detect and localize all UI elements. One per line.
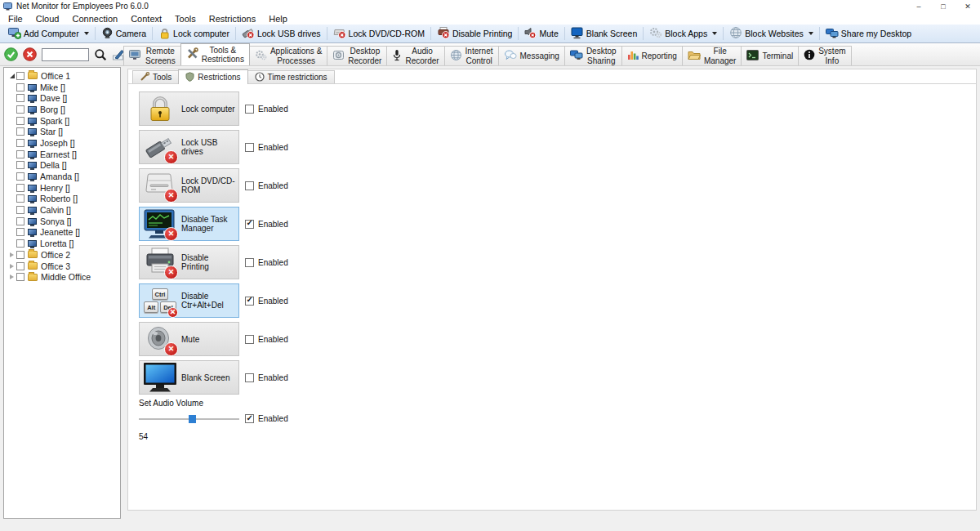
toolbar-button-lock-computer[interactable]: Lock computer (153, 25, 235, 42)
tree-item-roberto[interactable]: Roberto [] (4, 194, 120, 205)
tree-item-mike[interactable]: Mike [] (4, 82, 120, 93)
tree-item-amanda[interactable]: Amanda [] (4, 171, 120, 182)
tree-item-della[interactable]: Della [] (4, 160, 120, 172)
tab-desktop-sharing[interactable]: DesktopSharing (564, 46, 622, 65)
tree-item-office-2[interactable]: Office 2 (4, 249, 120, 261)
enabled-checkbox[interactable] (245, 258, 254, 267)
toolbar-button-add-computer[interactable]: Add Computer (2, 25, 95, 42)
tree-item-borg[interactable]: Borg [] (4, 104, 120, 115)
toolbar-button-block-apps[interactable]: Block Apps (644, 25, 723, 42)
disconnect-button[interactable] (23, 47, 37, 61)
enabled-toggle[interactable]: Enabled (245, 373, 288, 382)
toolbar-button-lock-dvd[interactable]: Lock DVD/CD-ROM (327, 25, 430, 42)
connect-button[interactable] (4, 47, 18, 61)
close-button[interactable]: ✕ (956, 0, 980, 12)
tree-checkbox[interactable] (16, 105, 24, 114)
toolbar-button-blank-screen[interactable]: Blank Screen (565, 25, 643, 42)
tab-internet-control[interactable]: InternetControl (444, 46, 499, 65)
tree-checkbox[interactable] (16, 184, 24, 192)
tree-checkbox[interactable] (16, 194, 24, 203)
tab-remote-screens[interactable]: RemoteScreens (123, 46, 181, 65)
restriction-lock-dvd[interactable]: Lock DVD/CD-ROM (139, 168, 239, 203)
toolbar-button-mute[interactable]: Mute (519, 25, 564, 42)
menu-restrictions[interactable]: Restrictions (203, 12, 262, 25)
expander-closed-icon[interactable] (7, 252, 16, 257)
menu-tools[interactable]: Tools (168, 12, 203, 25)
enabled-checkbox[interactable] (245, 181, 254, 190)
enabled-checkbox[interactable] (245, 105, 254, 114)
restriction-mute[interactable]: Mute (139, 322, 239, 356)
restriction-disable-ctrl-alt-del[interactable]: Ctrl Alt Del Disable Ctr+Alt+Del (139, 283, 239, 318)
toolbar-button-block-websites[interactable]: Block Websites (724, 25, 819, 42)
tab-applications-processes[interactable]: Applications &Processes (249, 46, 327, 65)
tree-item-star[interactable]: Star [] (4, 126, 120, 137)
toolbar-button-camera[interactable]: Camera (96, 25, 152, 42)
tree-item-earnest[interactable]: Earnest [] (4, 149, 120, 160)
tab-terminal[interactable]: Terminal (741, 46, 799, 65)
enabled-toggle[interactable]: Enabled (245, 143, 288, 152)
tree-checkbox[interactable] (16, 117, 24, 125)
tree-checkbox[interactable] (16, 94, 24, 102)
tree-checkbox[interactable] (16, 262, 24, 270)
tree-checkbox[interactable] (16, 172, 24, 181)
tree-checkbox[interactable] (16, 239, 24, 248)
tree-item-sonya[interactable]: Sonya [] (4, 216, 120, 227)
tree-item-office-3[interactable]: Office 3 (4, 261, 120, 272)
enabled-toggle[interactable]: Enabled (245, 414, 288, 423)
enabled-toggle[interactable]: Enabled (245, 297, 288, 306)
restriction-disable-task-manager[interactable]: Disable Task Manager (139, 207, 239, 241)
menu-help[interactable]: Help (262, 12, 294, 25)
tree-item-calvin[interactable]: Calvin [] (4, 204, 120, 216)
tab-time-restrictions[interactable]: Time restrictions (247, 70, 335, 83)
tab-tools[interactable]: Tools (132, 70, 179, 83)
tab-audio-recorder[interactable]: AudioRecorder (386, 46, 444, 65)
menu-context[interactable]: Context (124, 12, 168, 25)
expander-closed-icon[interactable] (7, 274, 16, 279)
enabled-checkbox[interactable] (245, 297, 254, 306)
enabled-toggle[interactable]: Enabled (245, 335, 288, 344)
tree-item-joseph[interactable]: Joseph [] (4, 137, 120, 149)
toolbar-button-lock-usb[interactable]: Lock USB drives (236, 25, 327, 42)
tree-checkbox[interactable] (16, 161, 24, 169)
toolbar-button-share-desktop[interactable]: Share my Desktop (820, 25, 917, 42)
restriction-lock-computer[interactable]: Lock computer (139, 91, 239, 126)
restriction-blank-screen[interactable]: Blank Screen (139, 360, 239, 395)
tree-checkbox[interactable] (16, 83, 24, 91)
expander-open-icon[interactable] (7, 74, 16, 78)
enabled-checkbox[interactable] (245, 414, 254, 423)
tab-system-info[interactable]: SystemInfo (798, 46, 851, 65)
tree-item-office-1[interactable]: Office 1 (4, 70, 120, 82)
search-icon[interactable] (94, 48, 107, 61)
tab-tools-restrictions[interactable]: Tools &Restrictions (180, 43, 250, 65)
tab-desktop-recorder[interactable]: DesktopRecorder (327, 46, 387, 65)
menu-file[interactable]: File (2, 12, 29, 25)
tree-item-jeanette[interactable]: Jeanette [] (4, 227, 120, 239)
volume-slider-handle[interactable] (189, 415, 196, 423)
tree-item-middle-office[interactable]: Middle Office (4, 271, 120, 283)
volume-slider[interactable] (139, 418, 239, 420)
toolbar-button-disable-printing[interactable]: Disable Printing (431, 25, 519, 42)
maximize-button[interactable]: □ (931, 0, 956, 12)
minimize-button[interactable]: – (906, 0, 931, 12)
tree-item-dave[interactable]: Dave [] (4, 92, 120, 104)
restriction-lock-usb[interactable]: Lock USB drives (139, 130, 239, 164)
enabled-checkbox[interactable] (245, 220, 254, 229)
tree-checkbox[interactable] (16, 217, 24, 225)
tab-restrictions[interactable]: Restrictions (178, 69, 247, 84)
tree-item-spark[interactable]: Spark [] (4, 115, 120, 127)
menu-connection[interactable]: Connection (65, 12, 124, 25)
enabled-checkbox[interactable] (245, 143, 254, 152)
tree-checkbox[interactable] (16, 139, 24, 147)
enabled-toggle[interactable]: Enabled (245, 220, 288, 229)
restriction-disable-printing[interactable]: Disable Printing (139, 245, 239, 279)
enabled-toggle[interactable]: Enabled (245, 105, 288, 114)
tab-reporting[interactable]: Reporting (621, 46, 683, 65)
expander-closed-icon[interactable] (7, 264, 16, 269)
tree-checkbox[interactable] (16, 72, 24, 80)
enabled-checkbox[interactable] (245, 373, 254, 382)
tree-item-loretta[interactable]: Loretta [] (4, 238, 120, 249)
enabled-toggle[interactable]: Enabled (245, 181, 288, 190)
enabled-checkbox[interactable] (245, 335, 254, 344)
tree-checkbox[interactable] (16, 206, 24, 214)
menu-cloud[interactable]: Cloud (29, 12, 66, 25)
